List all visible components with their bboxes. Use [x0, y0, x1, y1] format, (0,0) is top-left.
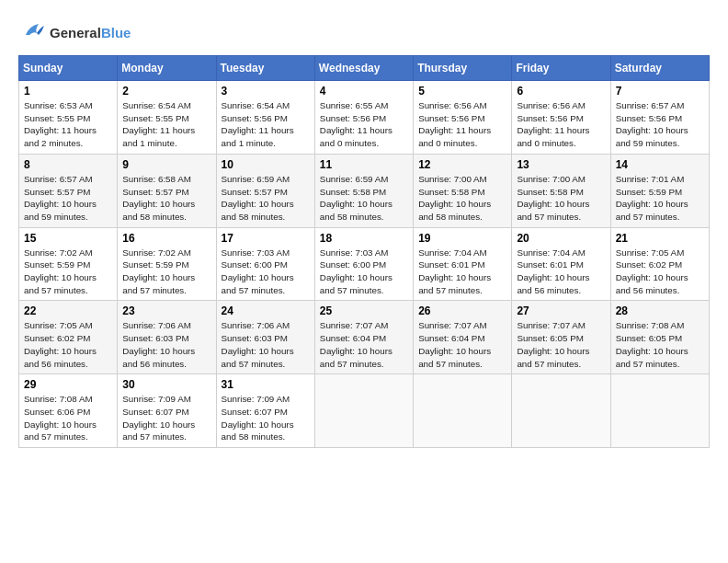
calendar-cell: 9Sunrise: 6:58 AMSunset: 5:57 PMDaylight…	[118, 154, 216, 227]
calendar-cell: 1Sunrise: 6:53 AMSunset: 5:55 PMDaylight…	[19, 81, 118, 155]
day-number: 15	[24, 232, 112, 245]
calendar-week-row: 1Sunrise: 6:53 AMSunset: 5:55 PMDaylight…	[19, 81, 710, 155]
day-number: 14	[616, 158, 704, 171]
calendar-cell: 18Sunrise: 7:03 AMSunset: 6:00 PMDayligh…	[314, 227, 413, 301]
calendar-cell: 20Sunrise: 7:04 AMSunset: 6:01 PMDayligh…	[512, 227, 610, 301]
page-header: GeneralBlue	[18, 18, 710, 46]
logo-icon	[18, 18, 46, 46]
day-number: 31	[222, 378, 310, 391]
day-number: 17	[222, 232, 310, 245]
day-number: 3	[222, 85, 310, 98]
day-info: Sunrise: 7:08 AMSunset: 6:05 PMDaylight:…	[616, 319, 704, 370]
calendar-cell: 4Sunrise: 6:55 AMSunset: 5:56 PMDaylight…	[314, 81, 413, 155]
day-info: Sunrise: 7:02 AMSunset: 5:59 PMDaylight:…	[122, 247, 210, 297]
calendar-cell: 14Sunrise: 7:01 AMSunset: 5:59 PMDayligh…	[610, 154, 709, 227]
day-info: Sunrise: 6:57 AMSunset: 5:57 PMDaylight:…	[24, 173, 112, 224]
day-of-week-header: Friday	[512, 56, 610, 81]
day-info: Sunrise: 7:07 AMSunset: 6:04 PMDaylight:…	[418, 319, 506, 370]
calendar-cell: 3Sunrise: 6:54 AMSunset: 5:56 PMDaylight…	[216, 81, 314, 155]
calendar-cell: 10Sunrise: 6:59 AMSunset: 5:57 PMDayligh…	[216, 154, 314, 227]
day-info: Sunrise: 7:05 AMSunset: 6:02 PMDaylight:…	[24, 319, 112, 370]
calendar-cell	[414, 374, 512, 448]
day-info: Sunrise: 6:56 AMSunset: 5:56 PMDaylight:…	[418, 99, 506, 150]
day-info: Sunrise: 7:08 AMSunset: 6:06 PMDaylight:…	[24, 393, 112, 443]
calendar-cell: 17Sunrise: 7:03 AMSunset: 6:00 PMDayligh…	[216, 227, 314, 301]
calendar-cell	[512, 374, 610, 448]
day-info: Sunrise: 6:59 AMSunset: 5:58 PMDaylight:…	[320, 173, 408, 224]
day-info: Sunrise: 6:55 AMSunset: 5:56 PMDaylight:…	[320, 99, 408, 150]
logo: GeneralBlue	[18, 18, 131, 46]
calendar-cell: 22Sunrise: 7:05 AMSunset: 6:02 PMDayligh…	[19, 301, 118, 374]
day-number: 5	[418, 85, 506, 98]
calendar-table: SundayMondayTuesdayWednesdayThursdayFrid…	[18, 55, 710, 448]
day-number: 16	[122, 232, 210, 245]
day-info: Sunrise: 7:00 AMSunset: 5:58 PMDaylight:…	[517, 173, 605, 224]
calendar-cell: 24Sunrise: 7:06 AMSunset: 6:03 PMDayligh…	[216, 301, 314, 374]
day-info: Sunrise: 6:54 AMSunset: 5:56 PMDaylight:…	[222, 99, 310, 150]
day-number: 9	[122, 158, 210, 171]
calendar-cell: 19Sunrise: 7:04 AMSunset: 6:01 PMDayligh…	[414, 227, 512, 301]
day-info: Sunrise: 6:53 AMSunset: 5:55 PMDaylight:…	[24, 99, 112, 150]
day-info: Sunrise: 7:01 AMSunset: 5:59 PMDaylight:…	[616, 173, 704, 224]
calendar-cell: 15Sunrise: 7:02 AMSunset: 5:59 PMDayligh…	[19, 227, 118, 301]
day-number: 19	[418, 232, 506, 245]
day-info: Sunrise: 6:57 AMSunset: 5:56 PMDaylight:…	[616, 99, 704, 150]
day-number: 29	[24, 378, 112, 391]
day-info: Sunrise: 6:54 AMSunset: 5:55 PMDaylight:…	[122, 99, 210, 150]
day-number: 11	[320, 158, 408, 171]
calendar-cell: 2Sunrise: 6:54 AMSunset: 5:55 PMDaylight…	[118, 81, 216, 155]
day-number: 30	[122, 378, 210, 391]
calendar-cell: 12Sunrise: 7:00 AMSunset: 5:58 PMDayligh…	[414, 154, 512, 227]
calendar-cell: 21Sunrise: 7:05 AMSunset: 6:02 PMDayligh…	[610, 227, 709, 301]
calendar-cell: 6Sunrise: 6:56 AMSunset: 5:56 PMDaylight…	[512, 81, 610, 155]
day-of-week-header: Saturday	[610, 56, 709, 81]
calendar-cell: 11Sunrise: 6:59 AMSunset: 5:58 PMDayligh…	[314, 154, 413, 227]
calendar-cell: 30Sunrise: 7:09 AMSunset: 6:07 PMDayligh…	[118, 374, 216, 448]
calendar-week-row: 8Sunrise: 6:57 AMSunset: 5:57 PMDaylight…	[19, 154, 710, 227]
day-number: 26	[418, 304, 506, 317]
day-info: Sunrise: 7:09 AMSunset: 6:07 PMDaylight:…	[222, 393, 310, 443]
day-info: Sunrise: 7:00 AMSunset: 5:58 PMDaylight:…	[418, 173, 506, 224]
calendar-week-row: 22Sunrise: 7:05 AMSunset: 6:02 PMDayligh…	[19, 301, 710, 374]
day-info: Sunrise: 7:04 AMSunset: 6:01 PMDaylight:…	[517, 247, 605, 297]
day-number: 23	[122, 304, 210, 317]
day-of-week-header: Wednesday	[314, 56, 413, 81]
day-number: 20	[517, 232, 605, 245]
day-number: 12	[418, 158, 506, 171]
day-info: Sunrise: 7:05 AMSunset: 6:02 PMDaylight:…	[616, 247, 704, 297]
day-number: 28	[616, 304, 704, 317]
calendar-cell: 13Sunrise: 7:00 AMSunset: 5:58 PMDayligh…	[512, 154, 610, 227]
day-of-week-header: Thursday	[414, 56, 512, 81]
day-number: 18	[320, 232, 408, 245]
day-number: 10	[222, 158, 310, 171]
calendar-cell: 26Sunrise: 7:07 AMSunset: 6:04 PMDayligh…	[414, 301, 512, 374]
day-number: 24	[222, 304, 310, 317]
day-info: Sunrise: 7:06 AMSunset: 6:03 PMDaylight:…	[222, 319, 310, 370]
calendar-cell: 31Sunrise: 7:09 AMSunset: 6:07 PMDayligh…	[216, 374, 314, 448]
day-number: 13	[517, 158, 605, 171]
day-info: Sunrise: 7:04 AMSunset: 6:01 PMDaylight:…	[418, 247, 506, 297]
calendar-cell: 29Sunrise: 7:08 AMSunset: 6:06 PMDayligh…	[19, 374, 118, 448]
calendar-cell: 28Sunrise: 7:08 AMSunset: 6:05 PMDayligh…	[610, 301, 709, 374]
day-number: 4	[320, 85, 408, 98]
day-info: Sunrise: 7:03 AMSunset: 6:00 PMDaylight:…	[320, 247, 408, 297]
day-number: 6	[517, 85, 605, 98]
day-info: Sunrise: 7:07 AMSunset: 6:05 PMDaylight:…	[517, 319, 605, 370]
calendar-week-row: 29Sunrise: 7:08 AMSunset: 6:06 PMDayligh…	[19, 374, 710, 448]
day-of-week-header: Sunday	[19, 56, 118, 81]
calendar-cell: 5Sunrise: 6:56 AMSunset: 5:56 PMDaylight…	[414, 81, 512, 155]
day-info: Sunrise: 7:09 AMSunset: 6:07 PMDaylight:…	[122, 393, 210, 443]
calendar-week-row: 15Sunrise: 7:02 AMSunset: 5:59 PMDayligh…	[19, 227, 710, 301]
calendar-cell: 23Sunrise: 7:06 AMSunset: 6:03 PMDayligh…	[118, 301, 216, 374]
day-info: Sunrise: 6:59 AMSunset: 5:57 PMDaylight:…	[222, 173, 310, 224]
calendar-cell: 7Sunrise: 6:57 AMSunset: 5:56 PMDaylight…	[610, 81, 709, 155]
day-of-week-header: Monday	[118, 56, 216, 81]
day-number: 7	[616, 85, 704, 98]
day-number: 2	[122, 85, 210, 98]
calendar-cell: 27Sunrise: 7:07 AMSunset: 6:05 PMDayligh…	[512, 301, 610, 374]
day-of-week-header: Tuesday	[216, 56, 314, 81]
day-info: Sunrise: 6:58 AMSunset: 5:57 PMDaylight:…	[122, 173, 210, 224]
day-number: 8	[24, 158, 112, 171]
day-number: 27	[517, 304, 605, 317]
logo-text: GeneralBlue	[50, 25, 131, 40]
